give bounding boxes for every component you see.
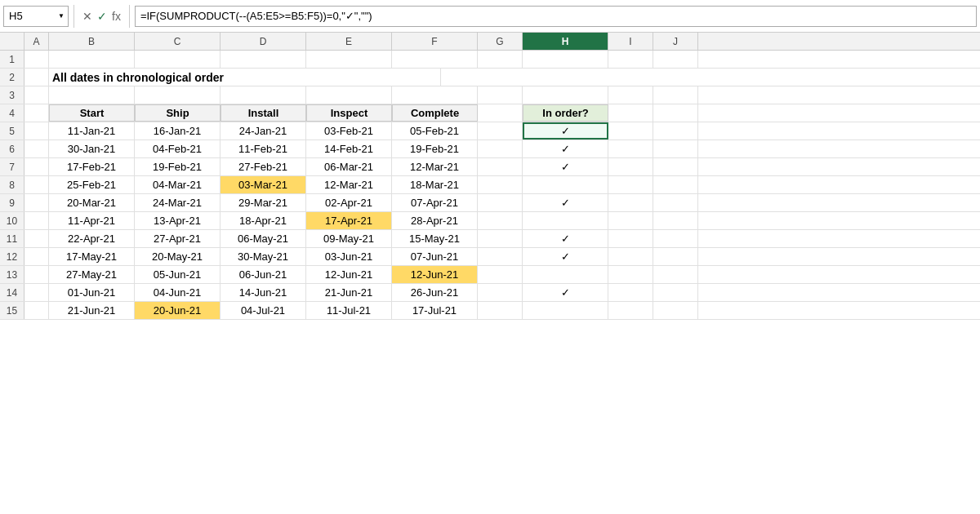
- cell-b15[interactable]: 21-Jun-21: [49, 302, 135, 319]
- cell-j4[interactable]: [653, 104, 698, 122]
- cell-f5[interactable]: 05-Feb-21: [392, 122, 478, 140]
- cell-b11[interactable]: 22-Apr-21: [49, 230, 135, 247]
- cell-h8[interactable]: [523, 176, 608, 193]
- cell-d12[interactable]: 30-May-21: [220, 248, 306, 265]
- cell-a4[interactable]: [24, 104, 49, 122]
- cell-j8[interactable]: [653, 176, 698, 193]
- cell-g13[interactable]: [478, 266, 523, 283]
- row-header-14[interactable]: 14: [0, 284, 24, 301]
- row-header-3[interactable]: 3: [0, 86, 24, 104]
- fx-icon[interactable]: fx: [112, 10, 121, 23]
- cell-i11[interactable]: [608, 230, 653, 247]
- cell-h9[interactable]: ✓: [523, 194, 608, 211]
- cell-b6[interactable]: 30-Jan-21: [49, 140, 135, 157]
- cell-f11[interactable]: 15-May-21: [392, 230, 478, 247]
- cell-i6[interactable]: [608, 140, 653, 157]
- cell-a7[interactable]: [24, 158, 49, 175]
- row-header-10[interactable]: 10: [0, 212, 24, 229]
- cell-c11[interactable]: 27-Apr-21: [135, 230, 220, 247]
- cell-g7[interactable]: [478, 158, 523, 175]
- cell-a6[interactable]: [24, 140, 49, 157]
- cell-i5[interactable]: [608, 122, 653, 140]
- row-header-4[interactable]: 4: [0, 104, 24, 122]
- cell-j11[interactable]: [653, 230, 698, 247]
- cell-f3[interactable]: [392, 86, 478, 104]
- cell-c9[interactable]: 24-Mar-21: [135, 194, 220, 211]
- col-header-j[interactable]: J: [653, 33, 698, 50]
- cell-g11[interactable]: [478, 230, 523, 247]
- cell-c6[interactable]: 04-Feb-21: [135, 140, 220, 157]
- cell-b2[interactable]: All dates in chronological order: [49, 69, 441, 86]
- cell-j3[interactable]: [653, 86, 698, 104]
- cell-b13[interactable]: 27-May-21: [49, 266, 135, 283]
- cell-b14[interactable]: 01-Jun-21: [49, 284, 135, 301]
- cell-d11[interactable]: 06-May-21: [220, 230, 306, 247]
- cell-e6[interactable]: 14-Feb-21: [306, 140, 392, 157]
- row-header-5[interactable]: 5: [0, 122, 24, 140]
- cell-b10[interactable]: 11-Apr-21: [49, 212, 135, 229]
- cell-b1[interactable]: [49, 51, 135, 68]
- row-header-13[interactable]: 13: [0, 266, 24, 283]
- cell-j7[interactable]: [653, 158, 698, 175]
- cell-a3[interactable]: [24, 86, 49, 104]
- cell-i3[interactable]: [608, 86, 653, 104]
- cell-a12[interactable]: [24, 248, 49, 265]
- cell-f13[interactable]: 12-Jun-21: [392, 266, 478, 283]
- row-header-11[interactable]: 11: [0, 230, 24, 247]
- cell-a14[interactable]: [24, 284, 49, 301]
- row-header-8[interactable]: 8: [0, 176, 24, 193]
- cell-g14[interactable]: [478, 284, 523, 301]
- cell-c4[interactable]: Ship: [135, 104, 220, 122]
- cell-a8[interactable]: [24, 176, 49, 193]
- cell-h7[interactable]: ✓: [523, 158, 608, 175]
- cell-d13[interactable]: 06-Jun-21: [220, 266, 306, 283]
- row-header-1[interactable]: 1: [0, 51, 24, 68]
- cell-e8[interactable]: 12-Mar-21: [306, 176, 392, 193]
- cell-b7[interactable]: 17-Feb-21: [49, 158, 135, 175]
- col-header-d[interactable]: D: [220, 33, 306, 50]
- cell-g8[interactable]: [478, 176, 523, 193]
- cell-i14[interactable]: [608, 284, 653, 301]
- cell-h1[interactable]: [523, 51, 608, 68]
- cell-g4[interactable]: [478, 104, 523, 122]
- cell-c12[interactable]: 20-May-21: [135, 248, 220, 265]
- cell-i13[interactable]: [608, 266, 653, 283]
- cell-i7[interactable]: [608, 158, 653, 175]
- cell-c13[interactable]: 05-Jun-21: [135, 266, 220, 283]
- cell-b4[interactable]: Start: [49, 104, 135, 122]
- cell-a2[interactable]: [24, 69, 49, 86]
- cell-h11[interactable]: ✓: [523, 230, 608, 247]
- cell-e3[interactable]: [306, 86, 392, 104]
- cell-g6[interactable]: [478, 140, 523, 157]
- cell-g3[interactable]: [478, 86, 523, 104]
- row-header-12[interactable]: 12: [0, 248, 24, 265]
- cell-reference-box[interactable]: H5: [3, 6, 69, 27]
- cell-j5[interactable]: [653, 122, 698, 140]
- cell-i12[interactable]: [608, 248, 653, 265]
- cell-d1[interactable]: [220, 51, 306, 68]
- cell-j6[interactable]: [653, 140, 698, 157]
- col-header-b[interactable]: B: [49, 33, 135, 50]
- cell-a10[interactable]: [24, 212, 49, 229]
- cell-h5[interactable]: ✓: [523, 122, 608, 140]
- cell-f9[interactable]: 07-Apr-21: [392, 194, 478, 211]
- col-header-e[interactable]: E: [306, 33, 392, 50]
- cell-a5[interactable]: [24, 122, 49, 140]
- cell-c8[interactable]: 04-Mar-21: [135, 176, 220, 193]
- cell-f1[interactable]: [392, 51, 478, 68]
- cell-c15[interactable]: 20-Jun-21: [135, 302, 220, 319]
- cell-d3[interactable]: [220, 86, 306, 104]
- cell-b8[interactable]: 25-Feb-21: [49, 176, 135, 193]
- cell-f7[interactable]: 12-Mar-21: [392, 158, 478, 175]
- cell-a9[interactable]: [24, 194, 49, 211]
- cell-e15[interactable]: 11-Jul-21: [306, 302, 392, 319]
- cell-d5[interactable]: 24-Jan-21: [220, 122, 306, 140]
- cell-a13[interactable]: [24, 266, 49, 283]
- cell-h4[interactable]: In order?: [523, 104, 608, 122]
- cell-b5[interactable]: 11-Jan-21: [49, 122, 135, 140]
- cell-e4[interactable]: Inspect: [306, 104, 392, 122]
- cell-d10[interactable]: 18-Apr-21: [220, 212, 306, 229]
- cell-e9[interactable]: 02-Apr-21: [306, 194, 392, 211]
- row-header-15[interactable]: 15: [0, 302, 24, 319]
- cell-i8[interactable]: [608, 176, 653, 193]
